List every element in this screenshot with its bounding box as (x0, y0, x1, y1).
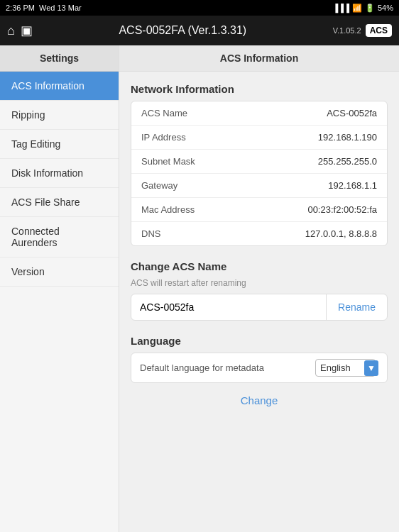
table-row: DNS 127.0.0.1, 8.8.8.8 (131, 222, 387, 245)
status-date: Wed 13 Mar (39, 4, 82, 12)
mac-address-value: 00:23:f2:00:52:fa (307, 204, 377, 215)
default-lang-label: Default language for metadata (140, 362, 264, 373)
acs-name-value: ACS-0052fa (327, 108, 377, 118)
ip-address-value: 192.168.1.190 (318, 132, 377, 143)
version-badge: V.1.05.2 (333, 26, 361, 35)
status-right: ▐▐▐ 📶 🔋 54% (333, 4, 393, 13)
table-row: Gateway 192.168.1.1 (131, 174, 387, 198)
change-name-subtitle: ACS will restart after renaming (131, 278, 388, 288)
dns-value: 127.0.0.1, 8.8.8.8 (305, 228, 377, 239)
gateway-value: 192.168.1.1 (328, 180, 377, 191)
acs-badge: ACS (366, 24, 392, 37)
table-row: IP Address 192.168.1.190 (131, 126, 387, 150)
acs-name-label: ACS Name (141, 108, 187, 118)
content-area: ACS Information Network Information ACS … (119, 45, 399, 532)
ip-address-label: IP Address (141, 132, 186, 143)
status-time: 2:36 PM (6, 4, 35, 12)
header-left-icons: ⌂ ▣ (7, 23, 33, 38)
wifi-icon: 📶 (352, 4, 362, 13)
network-info-table: ACS Name ACS-0052fa IP Address 192.168.1… (131, 101, 388, 246)
main-layout: Settings ACS Information Ripping Tag Edi… (0, 45, 399, 532)
rename-input[interactable] (131, 294, 326, 320)
content-heading: ACS Information (119, 45, 399, 72)
header-title: ACS-0052FA (Ver.1.3.31) (33, 24, 333, 37)
dns-label: DNS (141, 228, 160, 239)
square-button[interactable]: ▣ (21, 23, 33, 38)
battery-level: 54% (378, 4, 393, 12)
sidebar-heading: Settings (0, 45, 119, 72)
subnet-mask-label: Subnet Mask (141, 156, 195, 167)
language-select[interactable]: English Japanese Korean French German Sp… (315, 359, 376, 377)
sidebar-item-tag-editing[interactable]: Tag Editing (0, 130, 119, 159)
signal-icon: ▐▐▐ (333, 4, 349, 12)
battery-icon: 🔋 (365, 4, 375, 13)
language-row: Default language for metadata English Ja… (131, 353, 388, 383)
language-section: Language Default language for metadata E… (131, 335, 388, 409)
header-right: V.1.05.2 ACS (333, 24, 392, 37)
rename-button[interactable]: Rename (326, 294, 387, 320)
status-left: 2:36 PM Wed 13 Mar (6, 4, 82, 12)
home-button[interactable]: ⌂ (7, 23, 15, 38)
sidebar-item-version[interactable]: Version (0, 257, 119, 287)
sidebar-item-acs-file-share[interactable]: ACS File Share (0, 188, 119, 217)
table-row: ACS Name ACS-0052fa (131, 101, 387, 126)
table-row: Mac Address 00:23:f2:00:52:fa (131, 198, 387, 222)
sidebar-item-connected-aurenders[interactable]: Connected Aurenders (0, 217, 119, 257)
change-name-title: Change ACS Name (131, 260, 388, 272)
network-section-title: Network Information (131, 83, 388, 95)
top-header: ⌂ ▣ ACS-0052FA (Ver.1.3.31) V.1.05.2 ACS (0, 16, 399, 45)
sidebar-item-disk-information[interactable]: Disk Information (0, 159, 119, 188)
sidebar-item-acs-information[interactable]: ACS Information (0, 72, 119, 101)
sidebar-item-ripping[interactable]: Ripping (0, 101, 119, 130)
status-bar: 2:36 PM Wed 13 Mar ▐▐▐ 📶 🔋 54% (0, 0, 399, 16)
gateway-label: Gateway (141, 180, 177, 191)
rename-row: Rename (131, 294, 388, 321)
content-body: Network Information ACS Name ACS-0052fa … (119, 72, 399, 432)
language-select-wrap: English Japanese Korean French German Sp… (315, 359, 378, 377)
mac-address-label: Mac Address (141, 204, 195, 215)
subnet-mask-value: 255.255.255.0 (318, 156, 377, 167)
sidebar: Settings ACS Information Ripping Tag Edi… (0, 45, 119, 532)
table-row: Subnet Mask 255.255.255.0 (131, 150, 387, 174)
change-button[interactable]: Change (131, 392, 388, 409)
change-name-section: Change ACS Name ACS will restart after r… (131, 260, 388, 321)
language-title: Language (131, 335, 388, 347)
